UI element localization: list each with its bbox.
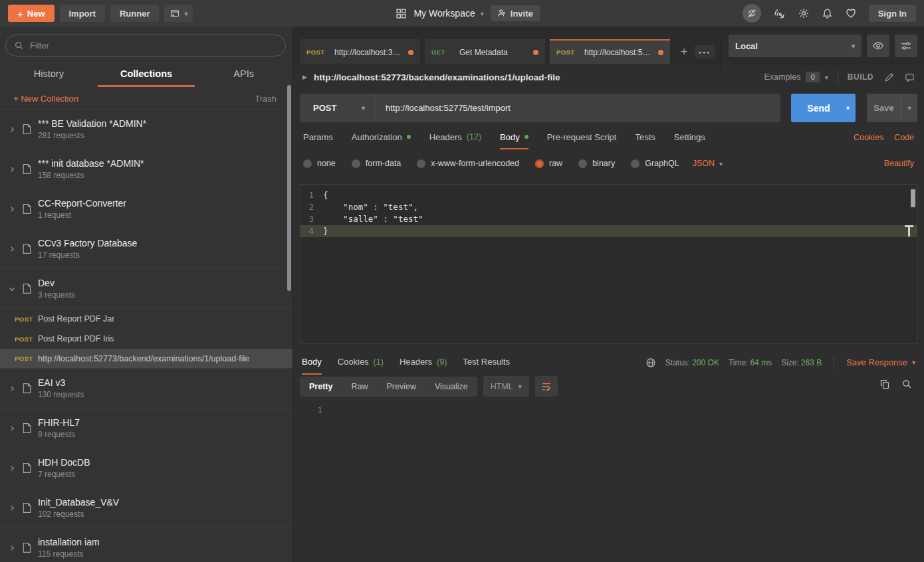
- settings-button[interactable]: [798, 7, 810, 19]
- workspace-area: My Workspace ▾ Invite: [396, 5, 539, 21]
- collection-row[interactable]: HDH DocDB 7 requests: [0, 448, 292, 488]
- collection-request-count: 1 request: [38, 211, 126, 220]
- runner-button[interactable]: Runner: [110, 5, 160, 22]
- collection-request-count: 3 requests: [38, 290, 75, 300]
- response-tab[interactable]: Body: [302, 350, 322, 375]
- line-number: 4: [300, 225, 323, 237]
- request-editor-tab[interactable]: Settings: [674, 126, 705, 149]
- collection-row[interactable]: Init_Database_V&V 102 requests: [0, 488, 292, 528]
- url-builder-row: POST ▾ Send ▾ Save ▾: [293, 90, 924, 126]
- response-tab[interactable]: Headers (9): [400, 350, 447, 375]
- invite-button[interactable]: Invite: [491, 5, 540, 21]
- comments-button[interactable]: [905, 72, 915, 82]
- response-format-dropdown[interactable]: HTML ▾: [483, 376, 529, 397]
- green-dot: [524, 135, 528, 139]
- request-row[interactable]: POST Post Report PDF Jar: [0, 309, 292, 329]
- body-type-radio[interactable]: raw: [535, 159, 562, 168]
- satellite-button[interactable]: [773, 7, 786, 20]
- sidebar-tabs: History Collections APIs: [0, 64, 292, 87]
- request-name: Post Report PDF Jar: [38, 314, 114, 324]
- sync-off-button[interactable]: [743, 4, 761, 23]
- collection-row[interactable]: CC-Report-Converter 1 request: [0, 189, 292, 229]
- method-dropdown[interactable]: POST ▾: [300, 103, 374, 113]
- request-method-badge: POST: [15, 316, 38, 323]
- workspace-switcher[interactable]: My Workspace ▾: [413, 8, 483, 19]
- environment-selector[interactable]: Local ▾: [729, 35, 862, 57]
- request-row[interactable]: POST http://localhost:52773/backend/exam…: [0, 349, 292, 369]
- body-type-radio[interactable]: GraphQL: [631, 159, 679, 168]
- body-type-radio[interactable]: x-www-form-urlencoded: [417, 159, 519, 168]
- send-button[interactable]: Send ▾: [791, 94, 856, 122]
- collection-row[interactable]: EAI v3 130 requests: [0, 369, 292, 409]
- request-editor-tab[interactable]: Pre-request Script: [547, 126, 617, 149]
- request-tab[interactable]: POST http://localhost:52773/...: [550, 39, 670, 64]
- search-icon: [901, 379, 912, 389]
- save-button[interactable]: Save ▾: [867, 94, 917, 122]
- environment-settings-button[interactable]: [895, 35, 917, 57]
- search-response-button[interactable]: [901, 379, 912, 389]
- environment-quick-look-button[interactable]: [867, 35, 889, 57]
- request-editor-tab[interactable]: Authorization: [352, 126, 411, 149]
- body-type-radio[interactable]: form-data: [352, 159, 402, 168]
- response-view-tab[interactable]: Raw: [342, 377, 377, 397]
- save-response-button[interactable]: Save Response ▾: [846, 357, 915, 367]
- collection-row[interactable]: Dev 3 requests: [0, 269, 292, 309]
- body-type-row: none form-data x-www-form-urlencoded: [293, 150, 924, 177]
- filter-input[interactable]: [30, 41, 277, 50]
- response-view-toolbar: Pretty Raw Preview Visualize HTML ▾: [300, 376, 558, 397]
- radio-icon: [303, 159, 312, 168]
- collection-row[interactable]: FHIR-HL7 8 requests: [0, 409, 292, 448]
- collection-name: FHIR-HL7: [38, 417, 80, 428]
- request-editor-tab[interactable]: Tests: [635, 126, 655, 149]
- line-number: 2: [300, 201, 323, 213]
- favorites-button[interactable]: [845, 7, 857, 19]
- sidebar-tab[interactable]: Collections: [98, 64, 195, 87]
- response-view-tab[interactable]: Pretty: [300, 377, 342, 397]
- sign-in-button[interactable]: Sign In: [869, 5, 916, 22]
- body-type-radio[interactable]: binary: [578, 159, 615, 168]
- open-new-tab-button[interactable]: +: [675, 39, 693, 64]
- request-editor-tab[interactable]: Params: [303, 126, 333, 149]
- collection-folder-icon: [21, 123, 33, 136]
- sidebar-tab[interactable]: History: [0, 64, 98, 87]
- beautify-link[interactable]: Beautify: [884, 159, 914, 168]
- url-input[interactable]: [375, 103, 780, 113]
- edit-button[interactable]: [884, 72, 894, 82]
- import-button[interactable]: Import: [60, 5, 105, 22]
- collection-row[interactable]: installation iam 115 requests: [0, 528, 292, 562]
- code-link[interactable]: Code: [894, 133, 914, 142]
- request-tab[interactable]: POST http://localhost:32783/...: [300, 39, 420, 64]
- sidebar-tab[interactable]: APIs: [195, 64, 292, 87]
- collapse-caret-icon[interactable]: ▶: [302, 74, 307, 80]
- notifications-button[interactable]: [822, 8, 833, 19]
- sidebar-scrollbar[interactable]: [287, 85, 291, 291]
- chevron-down-icon[interactable]: ▾: [825, 74, 828, 81]
- response-view-tab[interactable]: Visualize: [425, 377, 477, 397]
- cookies-link[interactable]: Cookies: [854, 133, 883, 142]
- request-row[interactable]: POST Post Report PDF Iris: [0, 329, 292, 349]
- chevron-down-icon: ▾: [852, 43, 855, 50]
- radio-icon: [535, 159, 544, 168]
- language-dropdown[interactable]: JSON ▾: [693, 159, 723, 168]
- response-tab[interactable]: Cookies (1): [338, 350, 384, 375]
- collection-row[interactable]: *** BE Validation *ADMIN* 281 requests: [0, 110, 292, 149]
- wrap-lines-button[interactable]: [535, 376, 558, 397]
- new-window-button[interactable]: ▾: [164, 5, 193, 22]
- response-view-tab[interactable]: Preview: [377, 377, 425, 397]
- new-button[interactable]: + New: [8, 5, 55, 22]
- request-tab[interactable]: GET Get Metadata: [425, 39, 545, 64]
- trash-button[interactable]: Trash: [255, 94, 277, 104]
- collection-row[interactable]: *** init database *ADMIN* 158 requests: [0, 149, 292, 189]
- copy-response-button[interactable]: [879, 379, 890, 389]
- postman-app: + New Import Runner ▾ My Workspace ▾: [0, 0, 924, 562]
- response-tab[interactable]: Test Results: [463, 350, 510, 375]
- request-editor-tab[interactable]: Body: [500, 126, 528, 149]
- collection-folder-icon: [21, 382, 33, 395]
- body-type-radio[interactable]: none: [303, 159, 336, 168]
- collection-row[interactable]: CCv3 Factory Database 17 requests: [0, 229, 292, 269]
- editor-scrollbar-thumb[interactable]: [911, 189, 915, 207]
- new-collection-button[interactable]: + New Collection: [13, 94, 78, 104]
- tab-options-button[interactable]: ●●●: [695, 45, 715, 58]
- request-editor-tab[interactable]: Headers (12): [429, 126, 481, 149]
- request-body-editor[interactable]: 1 { 2 "nom" : "test", 3 "salle" : "test": [300, 184, 917, 344]
